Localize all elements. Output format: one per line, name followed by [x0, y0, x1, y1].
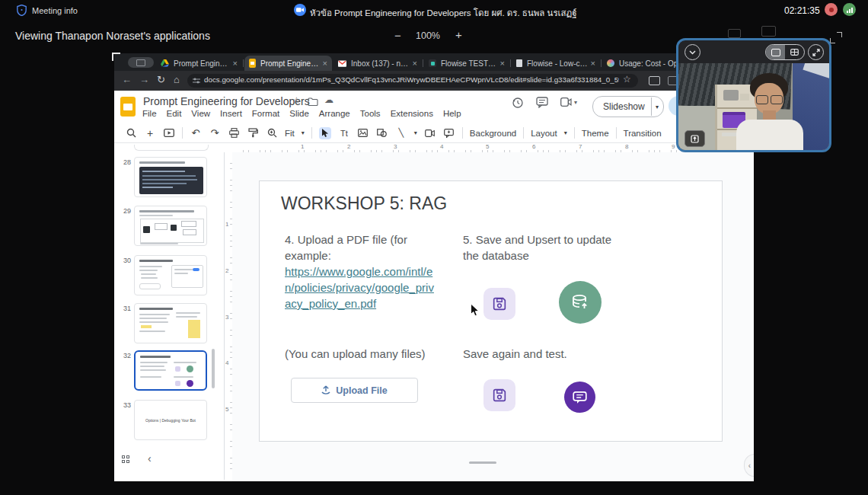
tab-close-icon[interactable]: × [323, 59, 327, 68]
back-icon[interactable]: ← [122, 74, 132, 86]
collapse-filmstrip-icon[interactable]: ‹ [148, 452, 152, 465]
slide-thumbnail-30[interactable] [134, 255, 207, 295]
slide-thumbnail-33[interactable]: Options | Debugging Your Bot [134, 400, 207, 440]
undo-icon[interactable]: ↶ [190, 127, 202, 139]
slide-thumbnail-32-selected[interactable] [134, 350, 207, 391]
zoom-level[interactable]: 100% [416, 30, 440, 41]
browser-tab[interactable]: Flowise - Low-code | × [512, 56, 600, 71]
present-preview-icon[interactable] [163, 127, 175, 139]
step5-text[interactable]: 5. Save and Upsert to update the databas… [463, 232, 624, 263]
textbox-icon[interactable]: Tt [338, 127, 350, 139]
video-call-caret-icon[interactable]: ▾ [574, 99, 577, 106]
step4-text[interactable]: 4. Upload a PDF file (for example: [285, 232, 439, 263]
gallery-view-button[interactable] [785, 45, 804, 59]
current-slide[interactable]: WORKSHOP 5: RAG 4. Upload a PDF file (fo… [259, 180, 723, 442]
layout-button[interactable]: Layout [531, 129, 557, 138]
thumb-line [140, 376, 161, 378]
password-manager-icon[interactable] [649, 76, 660, 85]
menu-format[interactable]: Format [252, 109, 279, 118]
signal-indicator-icon[interactable] [843, 3, 856, 16]
home-icon[interactable]: ⌂ [174, 74, 180, 86]
print-icon[interactable] [228, 127, 240, 139]
menu-arrange[interactable]: Arrange [319, 109, 350, 118]
menu-tools[interactable]: Tools [360, 109, 381, 118]
slide-thumbnail-28[interactable] [134, 157, 207, 197]
line-icon[interactable]: ╲ [395, 127, 407, 139]
redo-icon[interactable]: ↷ [209, 127, 221, 139]
zoom-icon[interactable] [266, 127, 278, 139]
line-caret-icon[interactable]: ▾ [414, 129, 417, 136]
comments-icon[interactable] [536, 97, 548, 108]
add-comment-icon[interactable] [443, 127, 455, 139]
new-slide-icon[interactable]: + [144, 127, 156, 139]
participant-video-overlay[interactable] [676, 38, 831, 152]
tab-close-icon[interactable]: × [500, 59, 505, 68]
meeting-info-label[interactable]: Meeting info [32, 6, 78, 15]
slideshow-button[interactable]: Slideshow ▾ [592, 96, 664, 117]
reload-icon[interactable]: ↻ [157, 74, 165, 86]
menu-view[interactable]: View [191, 109, 210, 118]
pin-video-icon [691, 135, 699, 143]
site-settings-icon[interactable] [193, 77, 200, 85]
tab-close-icon[interactable]: × [413, 59, 417, 68]
search-icon[interactable] [125, 127, 137, 139]
slide-thumbnail-31[interactable] [134, 303, 207, 343]
step4-note[interactable]: (You can upload many files) [285, 346, 468, 362]
browser-tab[interactable]: Prompt Engineering × [156, 56, 242, 71]
slideshow-caret-icon[interactable]: ▾ [651, 104, 663, 110]
exit-minimal-view-icon[interactable] [830, 32, 842, 43]
filmstrip-scrollbar[interactable] [212, 349, 215, 388]
speaker-view-button[interactable] [766, 45, 785, 59]
cloud-status-icon[interactable]: ☁ [324, 94, 333, 105]
menu-extensions[interactable]: Extensions [391, 109, 433, 118]
tab-search-pill[interactable] [128, 57, 154, 68]
zoom-fit-select[interactable]: Fit [285, 129, 295, 138]
tab-close-icon[interactable]: × [591, 59, 595, 68]
upload-file-button[interactable]: Upload File [291, 378, 418, 403]
fit-caret-icon[interactable]: ▾ [302, 129, 305, 136]
insert-video-icon[interactable] [424, 127, 436, 139]
history-icon[interactable] [512, 97, 524, 109]
video-call-icon[interactable] [560, 97, 572, 107]
notes-resize-handle[interactable] [469, 461, 496, 464]
menu-help[interactable]: Help [443, 109, 461, 118]
monitor-view-icon[interactable] [761, 26, 776, 37]
select-cursor-icon[interactable] [319, 127, 331, 139]
paint-format-icon[interactable] [247, 127, 259, 139]
thumb-line [176, 316, 197, 318]
browser-tab[interactable]: Inbox (137) - nor.tha × [333, 56, 422, 71]
grid-view-button[interactable] [122, 455, 130, 464]
move-folder-icon[interactable] [308, 97, 318, 106]
chevron-down-icon [689, 50, 696, 55]
slides-app-icon[interactable] [120, 97, 136, 117]
zoom-out-button[interactable]: − [394, 29, 401, 42]
menu-insert[interactable]: Insert [220, 109, 242, 118]
forward-icon[interactable]: → [139, 74, 149, 86]
url-text[interactable]: docs.google.com/presentation/d/1mPs_Q3Qd… [204, 75, 619, 84]
layout-caret-icon[interactable]: ▾ [564, 129, 567, 136]
menu-file[interactable]: File [142, 109, 157, 118]
tab-close-icon[interactable]: × [233, 59, 238, 68]
record-indicator-icon[interactable] [825, 3, 838, 16]
expand-video-button[interactable] [808, 44, 824, 60]
menu-slide[interactable]: Slide [289, 109, 309, 118]
bookmark-star-icon[interactable]: ☆ [623, 74, 631, 85]
star-document-icon[interactable]: ☆ [292, 95, 301, 106]
step5-note[interactable]: Save again and test. [463, 346, 630, 362]
image-icon[interactable] [357, 127, 369, 139]
pin-video-button[interactable] [685, 130, 705, 147]
step4-link[interactable]: https://www.google.com/intl/en/policies/… [285, 263, 439, 311]
zoom-in-button[interactable]: + [455, 28, 462, 41]
browser-tab[interactable]: Flowise TEST RAG - × [424, 56, 509, 71]
browser-tab-active[interactable]: Prompt Engineering | × [244, 56, 332, 71]
menu-edit[interactable]: Edit [167, 109, 182, 118]
shape-icon[interactable] [376, 127, 388, 139]
document-title[interactable]: Prompt Engineering for Developers [143, 95, 310, 107]
background-button[interactable]: Background [470, 129, 516, 138]
theme-button[interactable]: Theme [582, 129, 609, 138]
slide-thumbnail-29[interactable] [134, 206, 207, 246]
collapse-video-button[interactable] [685, 44, 700, 60]
window-view-icon[interactable] [728, 29, 741, 38]
slide-title[interactable]: WORKSHOP 5: RAG [281, 193, 447, 214]
transition-button[interactable]: Transition [624, 129, 662, 138]
